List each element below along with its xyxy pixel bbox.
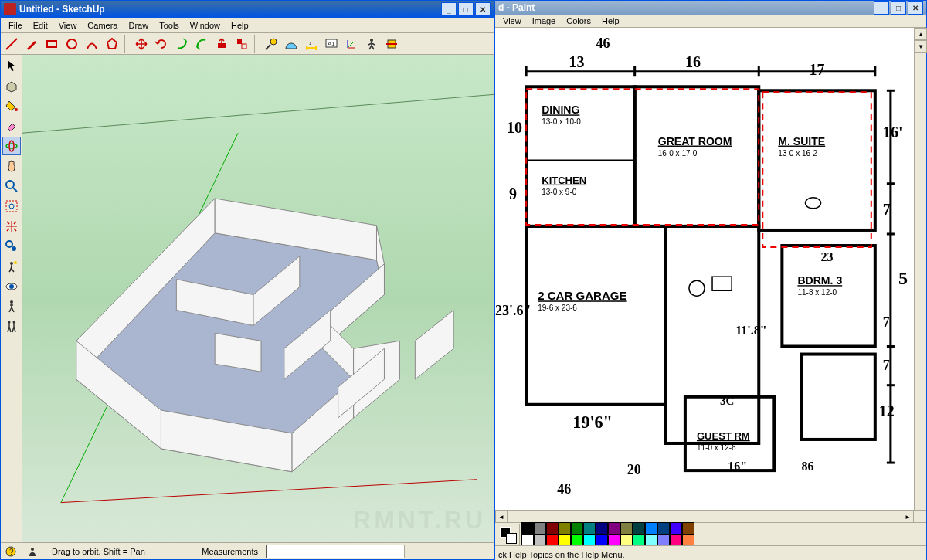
followme-tool-icon[interactable] [233, 35, 251, 53]
sketchup-titlebar[interactable]: Untitled - SketchUp _ □ ✕ [1, 1, 494, 18]
menu-camera[interactable]: Camera [83, 19, 122, 32]
svg-rect-1 [47, 41, 56, 47]
sketchup-app-icon [4, 3, 16, 15]
rotate-tool-icon[interactable] [152, 35, 171, 53]
paint-menu-image[interactable]: Image [528, 15, 561, 27]
arc-tool-icon[interactable] [83, 35, 101, 53]
measurements-input[interactable] [266, 545, 405, 558]
svg-point-38 [31, 548, 34, 551]
line-tool-icon[interactable] [2, 35, 21, 53]
paint-scrollbar-h[interactable]: ◄ ► [495, 510, 926, 522]
scroll-up-icon[interactable]: ▲ [915, 28, 927, 40]
svg-text:86: 86 [801, 460, 813, 473]
menu-draw[interactable]: Draw [124, 19, 153, 32]
menu-view[interactable]: View [54, 19, 82, 32]
maximize-button[interactable]: □ [458, 2, 474, 16]
section-plane-icon[interactable] [2, 317, 21, 336]
palette-swatch[interactable] [596, 522, 608, 535]
menu-window[interactable]: Window [185, 19, 225, 32]
zoom-extents-icon[interactable] [2, 217, 21, 236]
palette-swatch[interactable] [571, 522, 583, 535]
paint-scrollbar-v[interactable]: ▲ ▼ [914, 28, 926, 510]
orbit-tool-icon[interactable] [2, 137, 21, 155]
offset-tool-icon[interactable] [192, 35, 211, 53]
svg-text:KITCHEN: KITCHEN [542, 175, 586, 186]
scroll-left-icon[interactable]: ◄ [495, 511, 508, 523]
palette-swatch[interactable] [521, 522, 534, 535]
pencil-tool-icon[interactable] [22, 35, 41, 53]
palette-swatch[interactable] [682, 522, 694, 535]
svg-text:13-0 x 9-0: 13-0 x 9-0 [542, 188, 577, 196]
menu-edit[interactable]: Edit [29, 19, 53, 32]
paint-minimize-button[interactable]: _ [874, 1, 889, 15]
zoom-tool-icon[interactable] [2, 177, 21, 195]
palette-swatch[interactable] [670, 522, 682, 535]
circle-tool-icon[interactable] [63, 35, 81, 53]
palette-swatch[interactable] [608, 522, 620, 535]
palette-swatch[interactable] [534, 522, 546, 535]
close-button[interactable]: ✕ [475, 2, 491, 16]
svg-rect-42 [526, 226, 666, 405]
svg-text:5: 5 [898, 268, 908, 288]
move-tool-icon[interactable] [132, 35, 151, 53]
palette-swatch[interactable] [657, 522, 670, 535]
component-tool-icon[interactable] [2, 76, 21, 95]
paint-menu-view[interactable]: View [498, 15, 526, 27]
svg-rect-4 [237, 39, 242, 44]
tape-tool-icon[interactable] [262, 35, 280, 53]
svg-line-21 [13, 188, 17, 192]
palette-swatch[interactable] [633, 522, 645, 535]
scale-tool-icon[interactable] [172, 35, 191, 53]
palette-swatch[interactable] [645, 522, 657, 535]
look-around-icon[interactable] [2, 277, 21, 296]
minimize-button[interactable]: _ [441, 2, 457, 16]
scroll-right-icon[interactable]: ► [902, 511, 914, 523]
axes-tool-icon[interactable] [342, 35, 361, 53]
svg-point-24 [6, 241, 12, 247]
pan-tool-icon[interactable] [2, 157, 21, 175]
palette-swatch[interactable] [559, 522, 571, 535]
previous-view-icon[interactable] [2, 237, 21, 256]
paint-menu-colors[interactable]: Colors [562, 15, 596, 27]
svg-text:20: 20 [627, 462, 641, 477]
palette-swatch[interactable] [620, 522, 633, 535]
svg-text:GREAT ROOM: GREAT ROOM [658, 135, 732, 148]
polygon-tool-icon[interactable] [103, 35, 121, 53]
svg-text:46: 46 [557, 481, 571, 497]
walk-icon[interactable] [2, 297, 21, 316]
svg-text:23: 23 [821, 250, 834, 263]
scroll-down-icon[interactable]: ▼ [915, 40, 927, 53]
paint-bucket-icon[interactable] [2, 97, 21, 115]
paint-titlebar[interactable]: d - Paint _ □ ✕ [495, 1, 926, 15]
watermark: RMNT.RU [353, 506, 486, 535]
paint-menu-help[interactable]: Help [597, 15, 624, 27]
svg-point-27 [14, 261, 17, 264]
svg-point-14 [370, 39, 373, 42]
zoom-window-icon[interactable] [2, 197, 21, 216]
svg-rect-22 [6, 201, 17, 212]
select-tool-icon[interactable] [2, 56, 21, 75]
palette-swatch[interactable] [583, 522, 596, 535]
walk-tool-icon[interactable] [362, 35, 381, 53]
menu-file[interactable]: File [4, 19, 27, 32]
pushpull-tool-icon[interactable] [212, 35, 231, 53]
help-icon[interactable]: ? [4, 545, 18, 558]
palette-swatch[interactable] [546, 522, 559, 535]
protractor-tool-icon[interactable] [282, 35, 301, 53]
svg-point-20 [6, 181, 14, 188]
svg-point-30 [10, 300, 13, 304]
position-camera-icon[interactable] [2, 257, 21, 276]
paint-canvas[interactable]: DINING 13-0 x 10-0 GREAT ROOM 16-0 x 17-… [495, 28, 914, 510]
paint-maximize-button[interactable]: □ [891, 1, 906, 15]
person-icon[interactable] [25, 545, 39, 558]
current-colors[interactable] [497, 524, 520, 545]
text-tool-icon[interactable]: A1 [322, 35, 341, 53]
menu-tools[interactable]: Tools [154, 19, 184, 32]
section-tool-icon[interactable] [382, 35, 401, 53]
rectangle-tool-icon[interactable] [42, 35, 61, 53]
paint-close-button[interactable]: ✕ [908, 1, 923, 15]
menu-help[interactable]: Help [226, 19, 253, 32]
sketchup-viewport[interactable]: RMNT.RU [22, 55, 494, 542]
dimensions-tool-icon[interactable]: 1 [302, 35, 321, 53]
eraser-tool-icon[interactable] [2, 117, 21, 135]
